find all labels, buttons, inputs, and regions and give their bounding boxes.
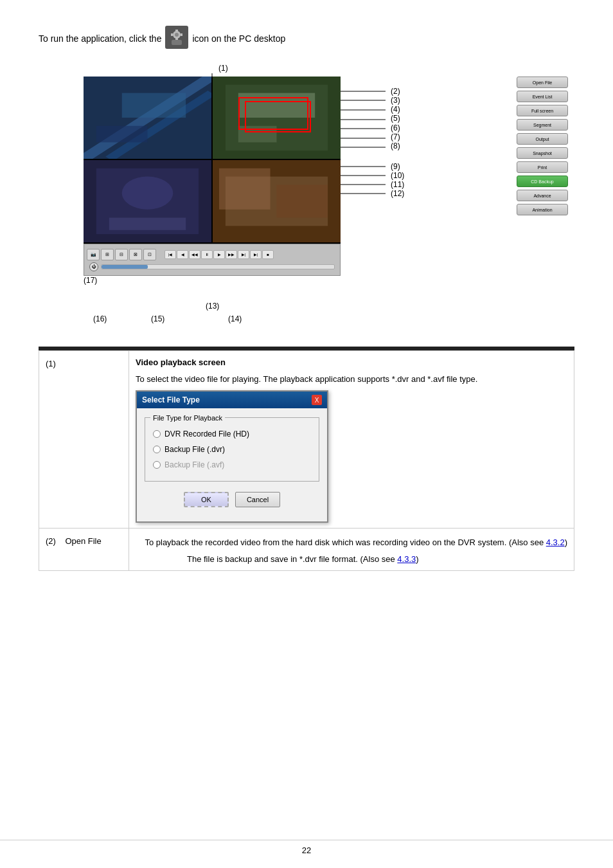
radio-2[interactable] xyxy=(153,446,161,453)
row1-title: Video playback screen xyxy=(136,356,567,369)
row2-number: (2) Open File xyxy=(46,535,122,548)
svg-rect-5 xyxy=(175,38,178,40)
btn-full-screen[interactable]: Full screen xyxy=(517,105,568,116)
intro-line: To run the application, click the icon o… xyxy=(39,26,574,51)
radio-option-1[interactable]: DVR Recorded File (HD) xyxy=(153,428,311,440)
row2-label-space xyxy=(58,536,63,546)
video-cell-2 xyxy=(213,77,341,159)
link-432[interactable]: 4.3.2 xyxy=(546,538,565,547)
group-label: File Type for Playback xyxy=(150,413,225,424)
pb-ff[interactable]: ▶▶ xyxy=(226,250,237,259)
intro-text-before: To run the application, click the xyxy=(39,33,161,44)
dialog-buttons: OK Cancel xyxy=(145,489,319,512)
label-11: (11) xyxy=(391,180,404,189)
radio-option-3[interactable]: Backup File (.avf) xyxy=(153,459,311,471)
file-type-group: File Type for Playback DVR Recorded File… xyxy=(145,417,319,482)
pb-pause[interactable]: ⏸ xyxy=(201,250,213,259)
table-row-1: (1) Video playback screen To select the … xyxy=(39,351,574,529)
dvr-controls: 📷 ⊞ ⊟ ⊠ ⊡ |◀ ◀ ◀◀ ⏸ ▶ ▶▶ ▶| xyxy=(84,244,341,276)
diagram-area: (1) xyxy=(39,64,574,340)
btn-cam5[interactable]: ⊡ xyxy=(143,249,156,260)
svg-rect-11 xyxy=(122,93,186,118)
option2-label: Backup File (.dvr) xyxy=(164,444,225,455)
option1-label: DVR Recorded File (HD) xyxy=(164,428,249,440)
btn-animation[interactable]: Animation xyxy=(517,204,568,215)
label-14: (14) xyxy=(228,314,242,323)
btn-cd-backup[interactable]: CD Backup xyxy=(517,176,568,187)
dvr-screenshot-container: 📷 ⊞ ⊟ ⊠ ⊡ |◀ ◀ ◀◀ ⏸ ▶ ▶▶ ▶| xyxy=(84,77,341,276)
intro-text-after: icon on the PC desktop xyxy=(192,33,285,44)
row1-content-cell: Video playback screen To select the vide… xyxy=(129,351,574,529)
page-footer: 22 xyxy=(0,840,613,855)
btn-event-list[interactable]: Event List xyxy=(517,91,568,102)
label-10: (10) xyxy=(391,171,404,180)
svg-rect-24 xyxy=(277,185,328,217)
label-12: (12) xyxy=(391,189,404,198)
label-16: (16) xyxy=(93,314,107,323)
label-5: (5) xyxy=(391,114,400,123)
btn-advance[interactable]: Advance xyxy=(517,190,568,201)
svg-rect-12 xyxy=(96,126,148,143)
link-433[interactable]: 4.3.3 xyxy=(397,554,416,564)
dialog-titlebar: Select File Type X xyxy=(137,392,327,408)
dialog-title: Select File Type xyxy=(142,394,200,406)
row1-description: To select the video file for playing. Th… xyxy=(136,373,567,386)
svg-rect-7 xyxy=(181,33,182,36)
radio-1[interactable] xyxy=(153,430,161,438)
row2-number-cell: (2) Open File xyxy=(39,529,129,571)
label-8: (8) xyxy=(391,141,400,150)
label-9: (9) xyxy=(391,162,400,171)
radio-option-2[interactable]: Backup File (.dvr) xyxy=(153,444,311,455)
svg-point-19 xyxy=(122,177,173,210)
dialog-ok-button[interactable]: OK xyxy=(184,492,229,507)
option3-label: Backup File (.avf) xyxy=(164,459,224,471)
pb-prev[interactable]: ◀ xyxy=(177,250,188,259)
label-6: (6) xyxy=(391,123,400,132)
btn-print[interactable]: Print xyxy=(517,161,568,173)
btn-cam1[interactable]: 📷 xyxy=(87,249,100,260)
right-button-panel: Open File Event List Full screen Segment… xyxy=(517,77,568,215)
video-grid xyxy=(84,77,341,244)
radio-3[interactable] xyxy=(153,461,161,469)
btn-open-file[interactable]: Open File xyxy=(517,77,568,88)
label-2: (2) xyxy=(391,87,400,96)
dialog-body: File Type for Playback DVR Recorded File… xyxy=(137,408,327,521)
svg-rect-23 xyxy=(219,168,271,210)
svg-rect-20 xyxy=(109,218,186,230)
table-row-2: (2) Open File To playback the recorded v… xyxy=(39,529,574,571)
content-table: (1) Video playback screen To select the … xyxy=(39,350,574,571)
power-btn[interactable]: ⏻ xyxy=(89,262,98,271)
label-7: (7) xyxy=(391,132,400,141)
btn-snapshot[interactable]: Snapshot xyxy=(517,147,568,159)
pb-play[interactable]: ▶ xyxy=(213,250,225,259)
btn-output[interactable]: Output xyxy=(517,133,568,145)
pb-rew[interactable]: ◀◀ xyxy=(189,250,200,259)
btn-segment[interactable]: Segment xyxy=(517,119,568,131)
label-17: (17) xyxy=(84,276,97,285)
page-number: 22 xyxy=(302,845,311,855)
select-file-type-dialog: Select File Type X File Type for Playbac… xyxy=(136,390,328,523)
pb-start[interactable]: |◀ xyxy=(164,250,176,259)
video-cell-1 xyxy=(84,77,211,159)
row1-number-cell: (1) xyxy=(39,351,129,529)
app-icon xyxy=(165,26,188,51)
video-cell-3 xyxy=(84,160,211,242)
seek-bar[interactable] xyxy=(101,264,335,269)
label-15: (15) xyxy=(151,314,164,323)
btn-cam3[interactable]: ⊟ xyxy=(115,249,128,260)
svg-rect-2 xyxy=(172,40,182,45)
row2-content-cell: To playback the recorded video from the … xyxy=(129,529,574,571)
svg-rect-4 xyxy=(175,30,178,32)
svg-point-3 xyxy=(175,33,179,37)
label-13: (13) xyxy=(206,302,219,311)
btn-cam2[interactable]: ⊞ xyxy=(101,249,114,260)
pb-stop[interactable]: ■ xyxy=(262,250,274,259)
diag-label-1-top: (1) xyxy=(218,64,228,73)
dialog-cancel-button[interactable]: Cancel xyxy=(235,492,280,507)
pb-end[interactable]: ▶| xyxy=(250,250,262,259)
svg-rect-6 xyxy=(171,33,173,36)
label-3: (3) xyxy=(391,96,400,105)
btn-cam4[interactable]: ⊠ xyxy=(129,249,142,260)
pb-next[interactable]: ▶| xyxy=(238,250,249,259)
dialog-close-button[interactable]: X xyxy=(312,395,322,405)
